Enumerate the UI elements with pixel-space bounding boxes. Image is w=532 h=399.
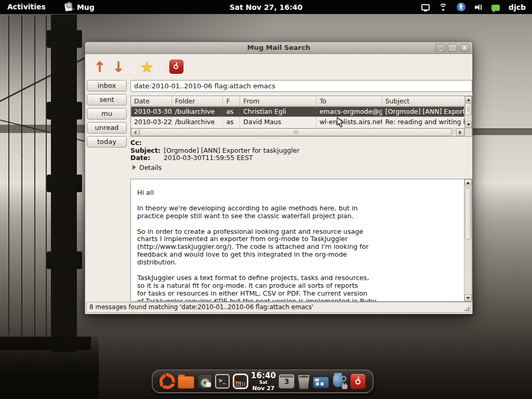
system-monitor-icon[interactable]: CPU 11% — [233, 374, 248, 389]
message-body-text[interactable]: Hi all In theory we're developing accord… — [131, 179, 464, 301]
column-header-subject[interactable]: Subject — [382, 96, 465, 107]
minimize-button[interactable]: _ — [435, 44, 446, 52]
bridge-cable — [8, 16, 9, 335]
file-manager-icon[interactable] — [178, 376, 194, 389]
saved-searches-sidebar: inbox sent mu unread today — [87, 80, 128, 150]
bridge-cable — [34, 16, 35, 340]
window-title: Mug Mail Search — [85, 42, 472, 54]
sidebar-item-mu[interactable]: mu — [87, 108, 127, 119]
resize-grip[interactable] — [468, 310, 470, 311]
app-menu-label: Mug — [77, 3, 95, 11]
search-input[interactable] — [130, 80, 472, 92]
scroll-down-button[interactable] — [465, 121, 472, 128]
calendar-icon[interactable]: 3 — [278, 374, 295, 389]
sailboat — [36, 151, 38, 152]
quit-button[interactable] — [169, 60, 183, 74]
subject-label: Subject: — [130, 147, 164, 155]
wallpaper-foreground — [0, 337, 99, 399]
message-list-header: Date Folder F From To Subject — [131, 96, 464, 107]
expander-triangle-icon — [132, 165, 136, 170]
bridge-cable — [0, 51, 98, 107]
ubuntu-menu-icon[interactable] — [159, 374, 175, 389]
scroll-up-button[interactable] — [465, 96, 472, 103]
app-menu[interactable]: Mug — [64, 2, 95, 12]
window-titlebar[interactable]: Mug Mail Search _ □ x — [85, 42, 472, 54]
cpu-usage-label: CPU 11% — [233, 381, 247, 389]
mouse-cursor — [337, 117, 344, 130]
table-horizontal-scrollbar[interactable] — [131, 128, 464, 136]
toolbar-separator — [162, 59, 162, 74]
sidebar-item-inbox[interactable]: inbox — [87, 80, 127, 91]
column-header-flags[interactable]: F — [223, 96, 240, 107]
toolbar: ↑ ↓ ★ — [85, 54, 472, 79]
maximize-button[interactable]: □ — [447, 44, 458, 52]
gnome-top-bar: Activities Mug Sat Nov 27, 16:40 djcb — [0, 0, 532, 14]
flag-star-button[interactable]: ★ — [137, 58, 157, 76]
workspaces-icon[interactable] — [313, 377, 329, 388]
bridge-beam — [47, 251, 82, 269]
prev-message-button[interactable]: ↑ — [90, 59, 109, 75]
scrollbar-thumb[interactable] — [465, 103, 472, 115]
bridge-beam — [47, 102, 82, 119]
details-expander[interactable]: Details — [130, 164, 472, 171]
table-row-selected[interactable]: 2010-03-30 /bulkarchive as Christian Egl… — [131, 107, 464, 117]
dock-clock-day: Sat — [251, 380, 276, 385]
message-body-view: Hi all In theory we're developing accord… — [130, 179, 472, 302]
status-bar: 8 messages found matching 'date:2010-01.… — [86, 302, 471, 313]
bridge-beam — [47, 30, 82, 48]
bridge-cable — [21, 16, 22, 338]
scrollbar-corner — [464, 128, 472, 136]
dock: >_ CPU 11% 16:40 Sat Nov 27 3 — [152, 369, 374, 393]
mug-jug-icon[interactable] — [332, 374, 348, 389]
media-player-icon[interactable] — [197, 374, 212, 389]
cc-label: Cc: — [130, 139, 164, 147]
activities-button[interactable]: Activities — [0, 0, 53, 14]
dock-clock[interactable]: 16:40 Sat Nov 27 — [251, 372, 276, 391]
trash-icon[interactable] — [298, 375, 310, 389]
scrollbar-thumb[interactable] — [139, 128, 452, 136]
body-vertical-scrollbar[interactable] — [464, 179, 472, 301]
scrollbar-thumb[interactable] — [465, 188, 471, 240]
table-row[interactable]: 2010-03-22 /bulkarchive as David Maus wl… — [131, 117, 464, 127]
dock-clock-date: Nov 27 — [251, 385, 276, 391]
column-header-to[interactable]: To — [316, 96, 382, 107]
display-icon[interactable] — [421, 4, 430, 10]
message-list: Date Folder F From To Subject 2010-03-30… — [130, 96, 472, 137]
column-header-from[interactable]: From — [240, 96, 316, 107]
scroll-up-button[interactable] — [464, 179, 472, 186]
wifi-icon[interactable] — [438, 4, 448, 11]
column-header-date[interactable]: Date — [131, 96, 172, 107]
close-button[interactable]: x — [459, 44, 470, 52]
bridge-beam — [47, 175, 82, 192]
sidebar-item-sent[interactable]: sent — [87, 94, 127, 105]
mug-mail-search-window: Mug Mail Search _ □ x ↑ ↓ ★ inbox sent m… — [85, 42, 473, 314]
date-label: Date: — [130, 154, 164, 162]
sidebar-item-unread[interactable]: unread — [87, 122, 127, 134]
sidebar-item-today[interactable]: today — [87, 136, 127, 148]
mug-app-icon — [64, 2, 75, 12]
user-menu[interactable]: djcb — [509, 3, 526, 11]
scroll-right-button[interactable] — [456, 128, 464, 136]
shutdown-icon[interactable] — [350, 374, 366, 389]
details-label: Details — [139, 164, 162, 171]
next-message-button[interactable]: ↓ — [109, 59, 128, 75]
toolbar-separator — [132, 59, 132, 74]
subject-value: [Orgmode] [ANN] Exporter for taskjuggler — [164, 147, 300, 155]
scroll-down-button[interactable] — [464, 295, 472, 301]
status-text: 8 messages found matching 'date:2010-01.… — [89, 303, 313, 311]
date-value: 2010-03-30T11:59:55 EEST — [164, 154, 253, 162]
accessibility-icon[interactable] — [457, 3, 466, 11]
message-headers: Cc: Subject: [Orgmode] [ANN] Exporter fo… — [130, 139, 472, 171]
volume-icon[interactable] — [474, 4, 483, 11]
scroll-left-button[interactable] — [131, 128, 139, 136]
terminal-icon[interactable]: >_ — [215, 374, 230, 389]
dock-clock-time: 16:40 — [251, 372, 276, 380]
table-vertical-scrollbar[interactable] — [464, 96, 472, 128]
sailboat — [16, 156, 18, 157]
chat-status-icon[interactable] — [491, 5, 500, 11]
wallpaper-skyline-right — [470, 128, 532, 135]
column-header-folder[interactable]: Folder — [172, 96, 223, 107]
